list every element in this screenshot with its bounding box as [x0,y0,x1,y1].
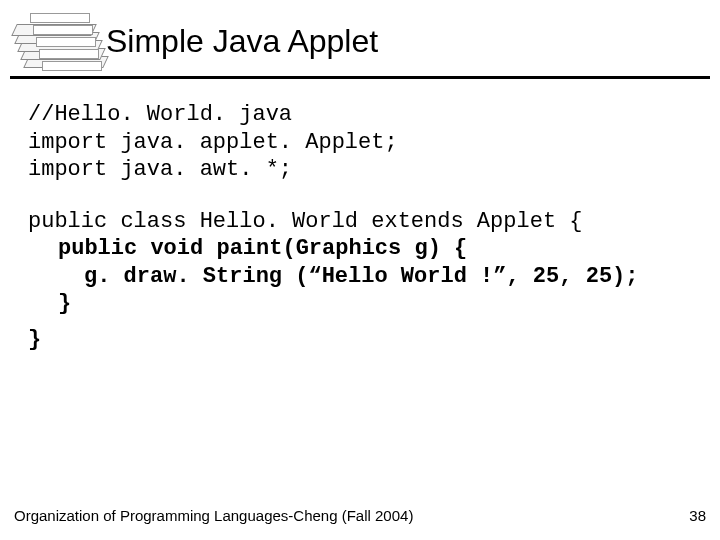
code-block: //Hello. World. java import java. applet… [0,79,720,353]
code-line-import2: import java. awt. *; [28,156,692,184]
slide-title: Simple Java Applet [106,23,378,60]
slide-footer: Organization of Programming Languages-Ch… [14,507,706,524]
page-number: 38 [689,507,706,524]
code-line-class: public class Hello. World extends Applet… [28,208,692,236]
stack-icon [8,10,100,72]
slide-header: Simple Java Applet [0,0,720,72]
code-line-comment: //Hello. World. java [28,101,692,129]
stack-label-bottom [42,61,102,71]
code-line-close-method: } [28,290,692,318]
stack-label-3 [36,37,96,47]
code-line-close-class: } [28,326,692,354]
stack-label-top [30,13,90,23]
footer-text: Organization of Programming Languages-Ch… [14,507,413,524]
stack-label-2 [33,25,93,35]
code-line-drawstring: g. draw. String (“Hello World !”, 25, 25… [28,263,692,291]
stack-label-4 [39,49,99,59]
code-line-method: public void paint(Graphics g) { [28,235,692,263]
code-line-import1: import java. applet. Applet; [28,129,692,157]
